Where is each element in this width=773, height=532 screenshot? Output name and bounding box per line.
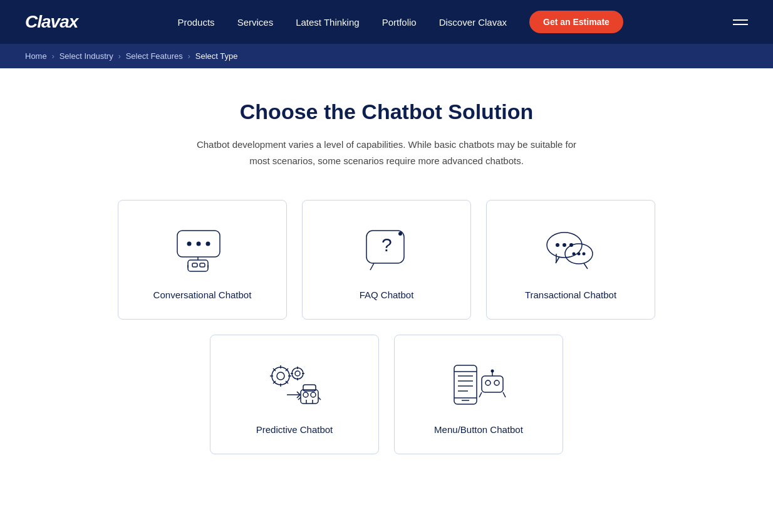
breadcrumb-home[interactable]: Home bbox=[25, 51, 47, 61]
faq-chatbot-icon: ? bbox=[361, 226, 412, 276]
svg-point-60 bbox=[485, 380, 490, 385]
card-faq[interactable]: ? FAQ Chatbot bbox=[302, 200, 471, 320]
svg-point-2 bbox=[197, 241, 201, 246]
svg-line-24 bbox=[584, 263, 588, 269]
svg-point-26 bbox=[277, 372, 284, 380]
card-conversational-label: Conversational Chatbot bbox=[153, 289, 252, 300]
svg-rect-59 bbox=[482, 376, 503, 392]
svg-text:?: ? bbox=[381, 234, 392, 255]
nav-portfolio[interactable]: Portfolio bbox=[382, 17, 417, 28]
svg-point-35 bbox=[292, 368, 303, 379]
svg-rect-7 bbox=[200, 263, 205, 267]
card-transactional-label: Transactional Chatbot bbox=[525, 289, 616, 300]
svg-rect-6 bbox=[192, 263, 197, 267]
svg-line-62 bbox=[479, 392, 482, 397]
cards-top-row: Conversational Chatbot ? FAQ Chatbot bbox=[117, 200, 656, 320]
nav-products[interactable]: Products bbox=[177, 17, 214, 28]
breadcrumb-select-industry[interactable]: Select Industry bbox=[60, 51, 113, 61]
transactional-chatbot-icon bbox=[542, 226, 599, 276]
svg-point-13 bbox=[398, 232, 402, 236]
breadcrumb-sep-1: › bbox=[52, 52, 54, 61]
breadcrumb-select-type: Select Type bbox=[195, 51, 238, 61]
svg-point-43 bbox=[303, 392, 308, 397]
cards-bottom-row: Predictive Chatbot bbox=[117, 335, 656, 454]
card-transactional[interactable]: Transactional Chatbot bbox=[486, 200, 655, 320]
predictive-chatbot-icon bbox=[263, 360, 326, 410]
page-subtitle: Chatbot development varies a level of ca… bbox=[186, 137, 587, 169]
breadcrumb-sep-2: › bbox=[118, 52, 121, 61]
card-menu-button-label: Menu/Button Chatbot bbox=[434, 424, 523, 435]
nav-services[interactable]: Services bbox=[237, 17, 274, 28]
nav-discover-clavax[interactable]: Discover Clavax bbox=[439, 17, 507, 28]
page-title: Choose the Chatbot Solution bbox=[117, 100, 656, 124]
svg-point-36 bbox=[295, 371, 300, 376]
card-predictive[interactable]: Predictive Chatbot bbox=[210, 335, 379, 454]
get-estimate-button[interactable]: Get an Estimate bbox=[529, 11, 623, 33]
svg-point-22 bbox=[578, 252, 581, 255]
menu-button-chatbot-icon bbox=[449, 360, 509, 410]
nav-latest-thinking[interactable]: Latest Thinking bbox=[296, 17, 359, 28]
svg-point-1 bbox=[187, 241, 192, 246]
svg-point-3 bbox=[206, 241, 210, 246]
svg-point-15 bbox=[556, 243, 559, 247]
svg-point-21 bbox=[573, 252, 576, 255]
card-conversational[interactable]: Conversational Chatbot bbox=[118, 200, 287, 320]
hamburger-menu[interactable] bbox=[733, 19, 748, 25]
card-menu-button[interactable]: Menu/Button Chatbot bbox=[394, 335, 563, 454]
svg-point-16 bbox=[563, 243, 566, 247]
breadcrumb-sep-3: › bbox=[188, 52, 190, 61]
breadcrumb-select-features[interactable]: Select Features bbox=[126, 51, 183, 61]
logo[interactable]: Clavax bbox=[25, 12, 78, 32]
main-nav: Products Services Latest Thinking Portfo… bbox=[177, 11, 623, 33]
svg-point-61 bbox=[494, 380, 499, 385]
conversational-chatbot-icon bbox=[174, 226, 231, 276]
svg-line-63 bbox=[503, 392, 506, 397]
svg-rect-42 bbox=[301, 390, 318, 404]
breadcrumb: Home › Select Industry › Select Features… bbox=[0, 44, 773, 68]
card-faq-label: FAQ Chatbot bbox=[360, 289, 414, 300]
svg-point-23 bbox=[583, 252, 586, 255]
card-predictive-label: Predictive Chatbot bbox=[256, 424, 333, 435]
svg-line-11 bbox=[370, 263, 374, 270]
svg-point-44 bbox=[311, 392, 316, 397]
svg-point-65 bbox=[490, 369, 494, 372]
main-content: Choose the Chatbot Solution Chatbot deve… bbox=[105, 68, 668, 492]
